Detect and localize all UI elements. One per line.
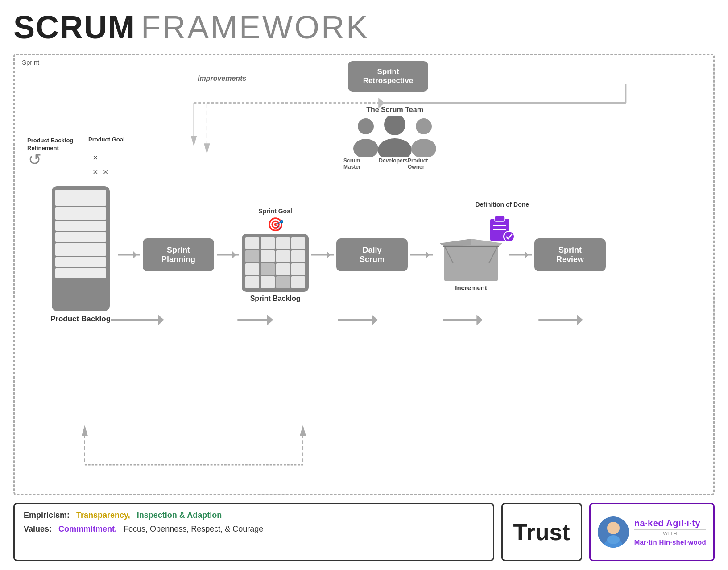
- brand-person: Mar·tin Hin·shel·wood: [634, 538, 706, 546]
- svg-marker-20: [300, 425, 306, 436]
- improvements-label: Improvements: [198, 75, 246, 83]
- svg-point-27: [416, 118, 432, 134]
- sb-cell-6: [261, 250, 274, 262]
- arrow-backlog-to-planning: [118, 252, 140, 258]
- sprint-inner: Product Backlog Refinement ↺ Product Goa…: [24, 61, 704, 487]
- transparency-label: Transparency,: [76, 511, 130, 520]
- increment-label: Increment: [455, 284, 487, 291]
- svg-marker-32: [440, 239, 471, 246]
- sb-cell-1: [245, 237, 259, 249]
- sb-cell-10: [261, 263, 274, 275]
- backlog-item-2: [55, 207, 106, 220]
- svg-point-25: [384, 116, 405, 135]
- sb-cell-9: [245, 263, 259, 275]
- goal-xs: ×× ×: [93, 150, 108, 179]
- svg-marker-22: [204, 143, 210, 154]
- svg-point-40: [504, 231, 514, 242]
- backlog-item-3: [55, 221, 106, 231]
- inspection-adaption-label: Inspection & Adaption: [137, 511, 222, 520]
- arrow-daily-to-increment: [410, 252, 433, 258]
- dod-label: Definition of Done: [476, 201, 529, 208]
- refinement-label: Product Backlog Refinement: [27, 137, 73, 152]
- sb-cell-15: [276, 276, 290, 288]
- increment-area: Definition of Done: [435, 219, 507, 291]
- sprint-retrospective-box: Sprint Retrospective: [348, 61, 428, 92]
- other-values-label: Focus, Openness, Respect, & Courage: [124, 524, 263, 533]
- avatar-svg: [598, 516, 629, 548]
- sb-cell-12: [291, 263, 305, 275]
- sb-cell-2: [261, 237, 274, 249]
- sprint-review-area: Sprint Review: [534, 238, 606, 271]
- sb-cell-7: [276, 250, 290, 262]
- svg-point-44: [607, 535, 620, 544]
- sprint-planning-area: Sprint Planning: [143, 238, 214, 271]
- brand-name: na·ked Agil·i·ty: [634, 518, 706, 528]
- sprint-planning-label: Sprint Planning: [161, 245, 195, 264]
- team-title: The Scrum Team: [366, 106, 423, 114]
- daily-scrum-label: Daily Scrum: [360, 245, 385, 264]
- title-row: SCRUM FRAMEWORK: [13, 9, 715, 46]
- brand-with: WITH: [634, 529, 706, 537]
- sprint-retrospective-label: Sprint Retrospective: [363, 67, 413, 85]
- brand-text-area: na·ked Agil·i·ty WITH Mar·tin Hin·shel·w…: [634, 518, 706, 546]
- backlog-item-6: [55, 257, 106, 267]
- svg-point-23: [358, 118, 374, 134]
- arrow-increment-to-review: [509, 252, 532, 258]
- trust-label: Trust: [513, 519, 570, 545]
- svg-point-24: [353, 139, 378, 157]
- brand-name-text: na·ked Agil·i·ty: [634, 518, 700, 528]
- svg-rect-36: [495, 216, 505, 221]
- roles-row: Scrum Master Developers Product Owner: [343, 158, 446, 170]
- sprint-goal-area: Sprint Goal 🎯: [258, 208, 292, 233]
- sb-cell-11: [276, 263, 290, 275]
- sb-cell-3: [276, 237, 290, 249]
- sb-cell-4: [291, 237, 305, 249]
- product-goal-label: Product Goal: [88, 136, 125, 143]
- values-label: Values:: [24, 524, 52, 533]
- product-backlog-visual: [52, 186, 110, 311]
- sprint-retro-area: Sprint Retrospective: [348, 61, 428, 92]
- backlog-item-4: [55, 232, 106, 242]
- values-row: Values: Commmitment, Focus, Openness, Re…: [24, 524, 484, 534]
- sb-cell-5: [245, 250, 259, 262]
- refinement-icon: ↺: [28, 150, 41, 169]
- sprint-planning-box: Sprint Planning: [143, 238, 214, 271]
- increment-visual: [435, 219, 507, 281]
- backlog-item-7: [55, 268, 106, 278]
- role-developers: Developers: [379, 158, 408, 170]
- role-product-owner: Product Owner: [408, 158, 446, 170]
- team-area: The Scrum Team Scrum Master Developers: [343, 106, 446, 170]
- daily-scrum-box: Daily Scrum: [336, 238, 408, 271]
- role-scrum-master: Scrum Master: [343, 158, 379, 170]
- avatar: [598, 516, 629, 548]
- dod-badge: [487, 214, 516, 245]
- page-wrapper: SCRUM FRAMEWORK Sprint: [0, 0, 728, 570]
- title-framework: FRAMEWORK: [141, 9, 369, 46]
- sb-cell-13: [245, 276, 259, 288]
- sb-cell-14: [261, 276, 274, 288]
- empiricism-label: Empiricism:: [24, 511, 70, 520]
- sprint-backlog-area: Sprint Goal 🎯: [242, 208, 309, 303]
- backlog-item-1: [55, 190, 106, 206]
- svg-point-42: [607, 522, 620, 534]
- product-backlog-label: Product Backlog: [50, 315, 111, 324]
- commitment-label: Commmitment,: [58, 524, 117, 533]
- svg-point-28: [411, 139, 436, 157]
- bottom-section: Empiricism: Transparency, Inspection & A…: [13, 503, 715, 561]
- product-backlog-area: Product Backlog: [50, 186, 111, 324]
- brand-box: na·ked Agil·i·ty WITH Mar·tin Hin·shel·w…: [589, 503, 715, 561]
- svg-rect-29: [444, 245, 498, 281]
- svg-marker-2: [191, 136, 197, 146]
- title-scrum: SCRUM: [13, 9, 136, 46]
- sprint-goal-label: Sprint Goal: [258, 208, 292, 215]
- arrow-backlog-to-daily: [311, 252, 334, 258]
- trust-box: Trust: [501, 503, 582, 561]
- sprint-goal-icon: 🎯: [258, 216, 292, 232]
- sprint-container: Sprint: [13, 54, 715, 495]
- svg-marker-17: [82, 425, 88, 436]
- backlog-item-5: [55, 243, 106, 256]
- sb-cell-16: [291, 276, 305, 288]
- sprint-review-label: Sprint Review: [556, 245, 584, 264]
- sprint-backlog-label: Sprint Backlog: [250, 295, 301, 303]
- arrow-planning-to-backlog: [217, 252, 239, 258]
